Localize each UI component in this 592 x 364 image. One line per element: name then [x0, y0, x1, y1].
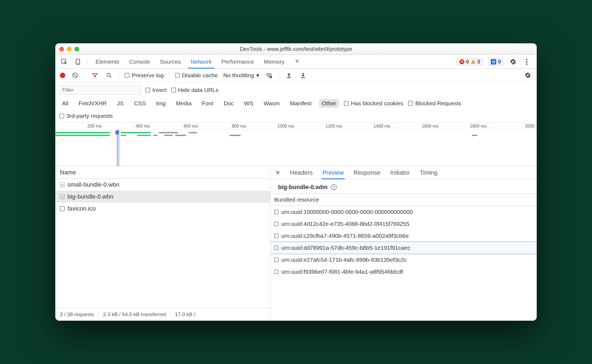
more-tabs-icon[interactable] — [291, 59, 303, 64]
resource-url: urn:uuid:c29cfba7-490b-4571-8656-a002a9f… — [281, 233, 409, 239]
network-conditions-icon[interactable] — [265, 71, 273, 80]
device-toggle-icon[interactable] — [72, 58, 84, 65]
warning-count: 3 — [477, 59, 480, 65]
detail-tab-timing[interactable]: Timing — [420, 166, 437, 179]
resource-icon — [274, 234, 279, 238]
kebab-menu-icon[interactable] — [522, 57, 531, 66]
message-count: 9 — [498, 59, 501, 65]
request-row[interactable]: big-bundle-0.wbn — [55, 191, 270, 203]
inspect-icon[interactable] — [58, 58, 70, 65]
tab-sources[interactable]: Sources — [155, 55, 186, 68]
type-chip-manifest[interactable]: Manifest — [287, 99, 314, 108]
invert-checkbox[interactable]: Invert — [145, 87, 167, 93]
detail-tab-headers[interactable]: Headers — [290, 166, 313, 179]
request-row[interactable]: favicon.ico — [55, 203, 270, 215]
type-chip-all[interactable]: All — [59, 99, 71, 108]
warning-icon — [471, 59, 476, 64]
messages-badge[interactable]: ▤ 9 — [488, 58, 504, 66]
detail-tab-preview[interactable]: Preview — [322, 166, 344, 179]
timeline-tick: 2000 — [488, 123, 536, 129]
type-chip-js[interactable]: JS — [114, 99, 127, 108]
status-requests: 3 / 38 requests — [60, 311, 94, 317]
svg-point-10 — [270, 76, 272, 78]
filter-input[interactable] — [59, 85, 141, 95]
bundled-resource-row[interactable]: urn:uuid:4d12c42e-e735-4088-8bd2-0f415f7… — [270, 218, 536, 230]
detail-tabstrip: ✕ HeadersPreviewResponseInitiatorTiming — [270, 166, 536, 179]
bundled-resource-row[interactable]: urn:uuid:c29cfba7-490b-4571-8656-a002a9f… — [270, 230, 536, 242]
request-name: favicon.ico — [67, 205, 96, 212]
tab-network[interactable]: Network — [186, 55, 217, 68]
separator — [87, 58, 87, 66]
resource-icon — [274, 210, 279, 214]
status-transferred: 2.3 kB / 54.5 kB transferred — [103, 311, 166, 317]
close-icon[interactable]: ✕ — [275, 169, 280, 176]
svg-point-4 — [526, 61, 527, 62]
svg-rect-11 — [287, 77, 291, 78]
preserve-log-checkbox[interactable]: Preserve log — [125, 72, 164, 79]
type-chip-font[interactable]: Font — [199, 99, 216, 108]
svg-point-8 — [107, 73, 110, 76]
timeline-tick: 1400 ms — [344, 123, 392, 129]
svg-point-3 — [526, 58, 527, 60]
has-blocked-cookies-checkbox[interactable]: Has blocked cookies — [344, 100, 403, 107]
blocked-requests-checkbox[interactable]: Blocked Requests — [408, 100, 461, 107]
timeline-tick: 600 ms — [152, 123, 200, 129]
resource-icon — [274, 270, 279, 274]
resource-url: urn:uuid:10000000-0000-0000-0000-0000000… — [281, 209, 413, 215]
issues-badge[interactable]: ✕ 6 3 — [457, 58, 483, 66]
help-icon[interactable]: ? — [331, 184, 337, 190]
tab-console[interactable]: Console — [124, 55, 155, 68]
type-chip-ws[interactable]: WS — [241, 99, 256, 108]
timeline-tick: 1000 ms — [248, 123, 296, 129]
timeline-tick: 400 ms — [104, 123, 152, 129]
detail-tab-response[interactable]: Response — [353, 166, 380, 179]
error-icon: ✕ — [460, 59, 464, 64]
name-column-header[interactable]: Name — [55, 166, 270, 179]
svg-rect-12 — [301, 77, 305, 78]
file-icon — [60, 194, 65, 199]
type-chip-css[interactable]: CSS — [131, 99, 149, 108]
third-party-checkbox[interactable]: 3rd-party requests — [59, 113, 533, 119]
resource-url: urn:uuid:e27afc54-171b-4afc-899b-93b135e… — [281, 257, 407, 263]
type-chip-wasm[interactable]: Wasm — [261, 99, 282, 108]
hide-data-urls-checkbox[interactable]: Hide data URLs — [171, 87, 218, 93]
preview-title: big-bundle-0.wbn ? — [270, 179, 536, 193]
type-chip-img[interactable]: Img — [153, 99, 168, 108]
timeline-overview[interactable]: 200 ms400 ms600 ms800 ms1000 ms1200 ms14… — [55, 123, 536, 166]
throttling-select[interactable]: No throttling▾ — [223, 72, 259, 79]
type-chip-fetchxhr[interactable]: Fetch/XHR — [76, 99, 109, 108]
type-chip-doc[interactable]: Doc — [221, 99, 236, 108]
request-name: big-bundle-0.wbn — [67, 193, 113, 200]
download-icon[interactable] — [299, 71, 307, 80]
timeline-tick: 1800 ms — [440, 123, 488, 129]
bundled-resource-row[interactable]: urn:uuid:f9396e07-f081-4bfe-94a1-a8f954f… — [270, 266, 536, 278]
request-row[interactable]: small-bundle-0.wbn — [55, 179, 270, 191]
devtools-window: DevTools - www.jefftk.com/test/wbn9/prot… — [55, 43, 537, 321]
message-icon: ▤ — [491, 59, 496, 64]
tab-memory[interactable]: Memory — [259, 55, 289, 68]
tab-elements[interactable]: Elements — [91, 55, 124, 68]
detail-tab-initiator[interactable]: Initiator — [390, 166, 410, 179]
filter-icon[interactable] — [91, 71, 99, 80]
titlebar: DevTools - www.jefftk.com/test/wbn9/prot… — [55, 44, 536, 55]
upload-icon[interactable] — [285, 71, 293, 80]
request-name: small-bundle-0.wbn — [67, 181, 119, 188]
resource-url: urn:uuid:dd78991a-57db-459c-b8b5-1e191f9… — [281, 245, 410, 251]
bundled-resource-row[interactable]: urn:uuid:dd78991a-57db-459c-b8b5-1e191f9… — [270, 242, 536, 254]
clear-icon[interactable] — [71, 71, 79, 80]
bundled-resource-row[interactable]: urn:uuid:e27afc54-171b-4afc-899b-93b135e… — [270, 254, 536, 266]
tab-performance[interactable]: Performance — [217, 55, 259, 68]
record-button[interactable] — [60, 73, 65, 78]
search-icon[interactable] — [105, 71, 113, 80]
type-chip-other[interactable]: Other — [319, 99, 339, 108]
settings-icon[interactable] — [509, 57, 517, 66]
timeline-tick: 800 ms — [200, 123, 248, 129]
settings-gear-icon[interactable] — [523, 71, 532, 80]
resource-url: urn:uuid:f9396e07-f081-4bfe-94a1-a8f954f… — [281, 269, 403, 275]
bundled-resource-row[interactable]: urn:uuid:10000000-0000-0000-0000-0000000… — [270, 206, 536, 218]
resource-icon — [274, 222, 279, 226]
type-chip-media[interactable]: Media — [173, 99, 194, 108]
status-bar: 3 / 38 requests 2.3 kB / 54.5 kB transfe… — [55, 308, 270, 320]
chevron-down-icon: ▾ — [256, 72, 259, 79]
disable-cache-checkbox[interactable]: Disable cache — [175, 72, 218, 79]
